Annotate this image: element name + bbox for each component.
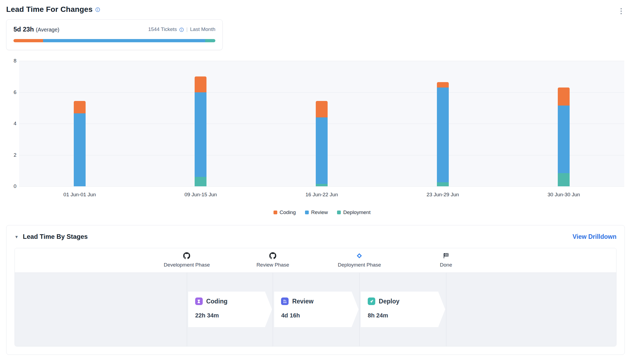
distribution-review-segment: [43, 39, 205, 42]
phase-column-divider: [359, 273, 360, 346]
x-axis-category-label: 30 Jun-30 Jun: [548, 192, 580, 198]
bar-segment-review[interactable]: [195, 92, 206, 177]
y-axis-tick-label: 8: [6, 58, 16, 64]
separator: |: [186, 26, 188, 32]
y-axis-tick-label: 0: [6, 183, 16, 189]
average-value: 5d 23h: [13, 26, 34, 33]
bar-segment-review[interactable]: [437, 88, 449, 182]
tickets-count: 1544 Tickets: [148, 26, 177, 32]
stage-flow-area: Coding22h 34mReview4d 16hDeploy8h 24m: [15, 272, 616, 346]
stacked-bar[interactable]: [558, 88, 570, 186]
distribution-deployment-segment: [205, 39, 215, 42]
hourglass-icon: [195, 298, 203, 305]
kebab-menu-icon[interactable]: [619, 7, 623, 15]
summary-card: 5d 23h(Average) 1544 Tickets | Last Mont…: [6, 19, 223, 50]
phase-milestone-done: Done: [440, 252, 452, 268]
bar-segment-review[interactable]: [74, 113, 86, 186]
phase-milestone-deployment-phase: Deployment Phase: [338, 252, 381, 268]
bar-segment-deployment[interactable]: [558, 173, 570, 187]
x-axis-category-label: 16 Jun-22 Jun: [306, 192, 338, 198]
bar-segment-review[interactable]: [316, 117, 328, 184]
gridline: [19, 61, 624, 61]
legend-item-deployment[interactable]: Deployment: [337, 209, 370, 215]
gridline: [19, 92, 624, 93]
stacked-bar[interactable]: [74, 101, 86, 186]
y-axis-tick-label: 2: [6, 152, 16, 158]
stage-duration: 4d 16h: [281, 312, 352, 319]
y-axis-tick-label: 4: [6, 121, 16, 127]
average-qualifier: (Average): [36, 27, 59, 33]
phase-column-divider: [273, 273, 273, 346]
tickets-info-icon[interactable]: [179, 27, 184, 32]
gridline: [19, 186, 624, 187]
legend-swatch: [305, 211, 309, 214]
stage-card-review[interactable]: Review4d 16h: [274, 292, 359, 327]
stacked-bar[interactable]: [316, 101, 328, 186]
lead-time-bar-chart: 01 Jun-01 Jun09 Jun-15 Jun16 Jun-22 Jun2…: [6, 61, 625, 219]
x-axis-category-label: 01 Jun-01 Jun: [64, 192, 96, 198]
phase-milestone-review-phase: Review Phase: [257, 252, 289, 268]
phase-column-divider: [446, 273, 446, 346]
stage-duration: 8h 24m: [368, 312, 438, 319]
stage-name: Deploy: [379, 298, 399, 305]
phase-label: Deployment Phase: [338, 262, 381, 268]
stages-panel-title: Lead Time By Stages: [23, 233, 88, 240]
stacked-bar[interactable]: [437, 82, 449, 186]
diamond-icon: [356, 252, 362, 260]
legend-label: Review: [311, 209, 328, 215]
x-axis-category-label: 23 Jun-29 Jun: [426, 192, 459, 198]
widget-header: Lead Time For Changes: [6, 5, 625, 14]
page-title: Lead Time For Changes: [6, 5, 93, 14]
legend-swatch: [274, 211, 277, 214]
bar-segment-coding[interactable]: [195, 76, 206, 92]
checkered-flag-icon: [443, 252, 449, 260]
legend-label: Deployment: [343, 209, 370, 215]
legend-swatch: [337, 211, 341, 214]
legend-item-review[interactable]: Review: [305, 209, 328, 215]
phase-header-row: Development PhaseReview PhaseDeployment …: [15, 248, 616, 272]
y-axis-tick-label: 6: [6, 89, 16, 95]
phase-milestone-development-phase: Development Phase: [164, 252, 210, 268]
bar-segment-deployment[interactable]: [316, 184, 328, 186]
stage-name: Coding: [206, 298, 227, 305]
bar-segment-coding[interactable]: [558, 88, 570, 106]
lead-time-for-changes-widget: Lead Time For Changes 5d 23h(Average) 15…: [0, 0, 631, 364]
phase-label: Review Phase: [257, 262, 289, 268]
bar-segment-coding[interactable]: [316, 101, 328, 117]
x-axis-category-label: 09 Jun-15 Jun: [184, 192, 217, 198]
phase-column-divider: [187, 273, 187, 346]
bar-segment-coding[interactable]: [437, 82, 449, 88]
period-label: Last Month: [190, 26, 215, 32]
bar-segment-review[interactable]: [558, 106, 570, 173]
bar-segment-deployment[interactable]: [195, 177, 206, 186]
distribution-coding-segment: [13, 39, 43, 42]
stage-card-deploy[interactable]: Deploy8h 24m: [361, 292, 445, 327]
lead-time-distribution-bar: [13, 39, 215, 42]
stage-duration: 22h 34m: [195, 312, 265, 319]
phase-label: Done: [440, 262, 452, 268]
bar-segment-deployment[interactable]: [437, 182, 449, 186]
stacked-bar[interactable]: [195, 76, 206, 186]
lead-time-by-stages-panel: ▼ Lead Time By Stages View Drilldown Dev…: [6, 225, 625, 355]
pull-request-icon: [281, 298, 289, 305]
phase-label: Development Phase: [164, 262, 210, 268]
stage-name: Review: [292, 298, 313, 305]
github-icon: [269, 252, 276, 260]
view-drilldown-link[interactable]: View Drilldown: [573, 233, 616, 240]
github-icon: [183, 252, 190, 260]
chart-legend: CodingReviewDeployment: [19, 209, 625, 215]
legend-label: Coding: [280, 209, 296, 215]
rocket-icon: [368, 298, 375, 305]
stage-card-coding[interactable]: Coding22h 34m: [188, 292, 272, 327]
legend-item-coding[interactable]: Coding: [274, 209, 296, 215]
chart-plot-area: 01 Jun-01 Jun09 Jun-15 Jun16 Jun-22 Jun2…: [19, 61, 624, 186]
bar-segment-coding[interactable]: [74, 101, 86, 114]
collapse-caret-icon[interactable]: ▼: [15, 235, 19, 239]
stages-table: Development PhaseReview PhaseDeployment …: [15, 248, 616, 346]
info-icon[interactable]: [95, 7, 100, 12]
average-lead-time: 5d 23h(Average): [13, 26, 59, 33]
